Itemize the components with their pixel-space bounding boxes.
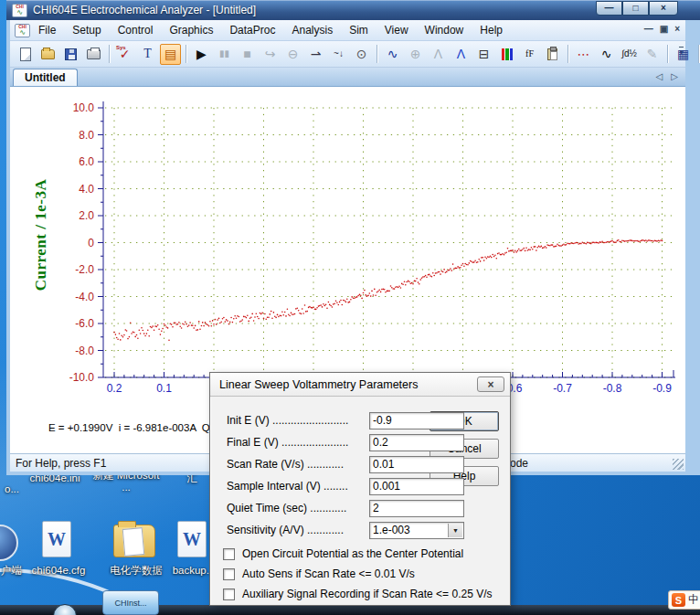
- tab-prev-icon[interactable]: ◁: [656, 71, 663, 81]
- dialog-field-row: Scan Rate (V/s) ............: [227, 455, 464, 473]
- toolbar-separator: [567, 45, 568, 63]
- integration-icon: ∫d½: [621, 49, 637, 58]
- menu-item-file[interactable]: File: [30, 22, 64, 38]
- maximize-button[interactable]: □: [622, 1, 649, 16]
- data-graph-icon: ∿: [387, 48, 398, 60]
- integration-button[interactable]: ∫d½: [619, 44, 640, 65]
- print-button[interactable]: [83, 44, 104, 65]
- desktop-folder-icon[interactable]: [113, 525, 155, 557]
- signal-wave-icon: ∿: [601, 48, 612, 60]
- ime-indicator[interactable]: S 中: [668, 590, 700, 610]
- copy-graph-button[interactable]: [542, 44, 563, 65]
- mdi-controls: — ▣ ×: [644, 24, 680, 34]
- dialog-title[interactable]: Linear Sweep Voltammetry Parameters: [210, 373, 510, 397]
- new-file-button[interactable]: [15, 44, 36, 65]
- signal-wave-button[interactable]: ∿: [596, 44, 617, 65]
- save-file-button[interactable]: [60, 44, 81, 65]
- resize-grip[interactable]: [673, 459, 684, 470]
- color-legend-button[interactable]: [496, 44, 517, 65]
- cell-control-button: ⊖: [282, 44, 303, 65]
- rotating-electrode-button[interactable]: ⊙: [351, 44, 372, 65]
- menu-item-graphics[interactable]: Graphics: [161, 22, 221, 38]
- field-label: Sample Interval (V) ........: [227, 480, 369, 493]
- toolbar-separator: [377, 45, 377, 63]
- cell-control-icon: ⊖: [288, 48, 299, 60]
- zoom-icon: ⊕: [410, 48, 421, 60]
- tab-untitled[interactable]: Untitled: [13, 69, 78, 86]
- window-titlebar[interactable]: CHI604E Electrochemical Analyzer - [Unti…: [6, 0, 700, 20]
- peak-definition-icon: Λ: [434, 48, 442, 60]
- parameters-button[interactable]: ▤: [160, 44, 181, 65]
- dialog-close-icon[interactable]: ×: [477, 376, 504, 392]
- desktop-doc-icon[interactable]: W: [177, 521, 207, 557]
- filter-smooth-icon: ~↓: [334, 49, 344, 58]
- mdi-minimize-button[interactable]: —: [644, 24, 653, 34]
- close-button[interactable]: ×: [649, 1, 678, 16]
- menu-item-analysis[interactable]: Analysis: [283, 22, 341, 38]
- mdi-close-button[interactable]: ×: [674, 24, 680, 34]
- it-curve-button[interactable]: ⇀: [305, 44, 326, 65]
- field-input[interactable]: [369, 434, 464, 451]
- desktop-globe-icon[interactable]: [0, 525, 18, 561]
- desktop-icon-label[interactable]: o...: [0, 483, 26, 495]
- baseline-pen-icon: ✎: [647, 48, 658, 60]
- chevron-down-icon[interactable]: ▼: [448, 524, 462, 537]
- report-icon: ▦: [677, 48, 689, 60]
- menu-item-window[interactable]: Window: [417, 22, 472, 38]
- svg-text:-0.9: -0.9: [652, 382, 672, 395]
- ime-logo-icon: S: [672, 593, 685, 607]
- field-input[interactable]: [369, 478, 464, 495]
- mdi-restore-button[interactable]: ▣: [660, 24, 668, 34]
- field-label: Init E (V) .........................: [227, 414, 369, 427]
- dialog-field-row: Sensitivity (A/V) ............1.e-003▼: [227, 521, 464, 539]
- tab-label: Untitled: [25, 71, 66, 84]
- menu-item-dataproc[interactable]: DataProc: [221, 22, 283, 38]
- reverse-scan-icon: ↪: [265, 48, 276, 60]
- svg-text:-0.8: -0.8: [603, 382, 622, 395]
- field-input[interactable]: [369, 412, 464, 429]
- app-logo-icon: [12, 4, 27, 17]
- system-setup-button[interactable]: Sys✓: [114, 44, 135, 65]
- sensitivity-select[interactable]: 1.e-003▼: [369, 522, 464, 539]
- menu-item-control[interactable]: Control: [110, 22, 162, 38]
- color-legend-icon: [502, 48, 513, 60]
- filter-smooth-button[interactable]: ~↓: [328, 44, 349, 65]
- svg-text:6.0: 6.0: [79, 155, 94, 168]
- checkbox-unchecked[interactable]: [223, 548, 235, 560]
- peak-shape-button[interactable]: Λ: [451, 44, 472, 65]
- text-tool-icon: T: [143, 48, 152, 60]
- pause-button: ▮▮: [214, 44, 235, 65]
- field-input[interactable]: [369, 500, 464, 517]
- desktop-doc-icon[interactable]: W: [42, 521, 71, 557]
- menu-item-help[interactable]: Help: [472, 22, 511, 38]
- font-settings-button[interactable]: fF: [519, 44, 540, 65]
- tab-next-icon[interactable]: ▷: [671, 71, 678, 81]
- checkbox-row: Open Circuit Potential as the Center Pot…: [223, 547, 463, 560]
- menu-item-view[interactable]: View: [377, 22, 417, 38]
- checkbox-unchecked[interactable]: [223, 568, 235, 580]
- field-input[interactable]: [369, 456, 464, 473]
- menu-item-sim[interactable]: Sim: [341, 22, 377, 38]
- data-points-button[interactable]: ⋯: [573, 44, 594, 65]
- toolbar-separator: [186, 45, 186, 63]
- taskbar-app-button[interactable]: CHInst...: [102, 590, 159, 615]
- copy-graph-icon: [547, 48, 557, 60]
- toolbar-separator: [109, 45, 110, 63]
- data-graph-button[interactable]: ∿: [382, 44, 403, 65]
- text-tool-button[interactable]: T: [137, 44, 158, 65]
- run-experiment-button[interactable]: ▶: [191, 44, 212, 65]
- checkbox-unchecked[interactable]: [223, 588, 235, 600]
- menu-item-setup[interactable]: Setup: [64, 22, 109, 38]
- checkbox-label: Open Circuit Potential as the Center Pot…: [242, 547, 463, 560]
- toolbar-separator: [667, 45, 668, 63]
- data-points-icon: ⋯: [578, 48, 590, 60]
- svg-text:4.0: 4.0: [79, 183, 94, 196]
- open-file-button[interactable]: [37, 44, 58, 65]
- minimize-button[interactable]: —: [596, 1, 622, 16]
- report-button[interactable]: ▦: [673, 44, 694, 65]
- field-label: Final E (V) ......................: [227, 436, 369, 449]
- desktop-icon-label[interactable]: chi604e.cfg: [16, 565, 101, 577]
- instrument-panel-button[interactable]: ⊟: [473, 44, 494, 65]
- checkbox-label: Auxiliary Signal Recording if Scan Rate …: [242, 588, 492, 600]
- peak-definition-button: Λ: [428, 44, 449, 65]
